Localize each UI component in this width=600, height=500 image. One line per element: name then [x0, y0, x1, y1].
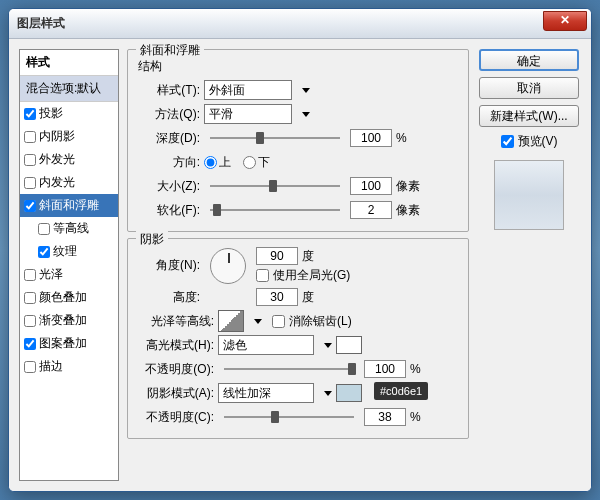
sidebar-item-label: 斜面和浮雕 [39, 197, 99, 214]
bevel-legend: 斜面和浮雕 [136, 42, 204, 59]
sidebar-item-checkbox[interactable] [24, 269, 36, 281]
right-panel: 确定 取消 新建样式(W)... 预览(V) [477, 49, 581, 481]
sidebar-item-label: 等高线 [53, 220, 89, 237]
hl-opacity-input[interactable]: 100 [364, 360, 406, 378]
direction-up-radio[interactable]: 上 [204, 154, 231, 171]
sidebar-item-label: 光泽 [39, 266, 63, 283]
sh-opacity-label: 不透明度(C): [136, 409, 214, 426]
shading-group: 阴影 角度(N): 90 度 使用全局光(G) 高度: 30 [127, 238, 469, 439]
close-icon: ✕ [560, 13, 570, 27]
sidebar-item-checkbox[interactable] [38, 223, 50, 235]
sh-opacity-input[interactable]: 38 [364, 408, 406, 426]
blend-options-row[interactable]: 混合选项:默认 [20, 76, 118, 102]
hl-mode-select[interactable]: 滤色 [218, 335, 314, 355]
dialog-body: 样式 混合选项:默认 投影内阴影外发光内发光斜面和浮雕等高线纹理光泽颜色叠加渐变… [9, 39, 591, 491]
sidebar-item-label: 渐变叠加 [39, 312, 87, 329]
sidebar-item[interactable]: 颜色叠加 [20, 286, 118, 309]
sidebar-item[interactable]: 描边 [20, 355, 118, 378]
sidebar-item-label: 颜色叠加 [39, 289, 87, 306]
window-title: 图层样式 [17, 15, 65, 32]
preview-checkbox[interactable]: 预览(V) [501, 133, 558, 150]
sidebar-item-label: 图案叠加 [39, 335, 87, 352]
bevel-group: 斜面和浮雕 结构 样式(T): 外斜面 方法(Q): 平滑 深度(D): 100… [127, 49, 469, 232]
technique-select[interactable]: 平滑 [204, 104, 292, 124]
depth-slider[interactable] [210, 129, 340, 147]
sidebar-item[interactable]: 图案叠加 [20, 332, 118, 355]
sidebar-item[interactable]: 内发光 [20, 171, 118, 194]
soften-input[interactable]: 2 [350, 201, 392, 219]
sidebar-item[interactable]: 斜面和浮雕 [20, 194, 118, 217]
sidebar-header: 样式 [20, 50, 118, 76]
chevron-down-icon[interactable] [302, 88, 310, 93]
global-light-checkbox[interactable]: 使用全局光(G) [256, 267, 350, 284]
hl-opacity-label: 不透明度(O): [136, 361, 214, 378]
px-unit: 像素 [396, 202, 424, 219]
size-label: 大小(Z): [136, 178, 200, 195]
style-select[interactable]: 外斜面 [204, 80, 292, 100]
px-unit: 像素 [396, 178, 424, 195]
sidebar-item[interactable]: 投影 [20, 102, 118, 125]
titlebar[interactable]: 图层样式 ✕ [9, 9, 591, 39]
new-style-button[interactable]: 新建样式(W)... [479, 105, 579, 127]
contour-picker[interactable] [218, 310, 244, 332]
sidebar-item-checkbox[interactable] [24, 338, 36, 350]
deg-unit: 度 [302, 289, 314, 306]
sidebar-item-checkbox[interactable] [24, 315, 36, 327]
angle-dial[interactable] [210, 248, 246, 284]
structure-legend: 结构 [138, 58, 460, 75]
sidebar-item-checkbox[interactable] [24, 131, 36, 143]
sidebar-item[interactable]: 光泽 [20, 263, 118, 286]
contour-label: 光泽等高线: [136, 313, 214, 330]
depth-label: 深度(D): [136, 130, 200, 147]
sidebar-item-checkbox[interactable] [24, 154, 36, 166]
hl-color-swatch[interactable] [336, 336, 362, 354]
depth-input[interactable]: 100 [350, 129, 392, 147]
sidebar-item[interactable]: 内阴影 [20, 125, 118, 148]
sidebar-item-label: 内发光 [39, 174, 75, 191]
hl-opacity-slider[interactable] [224, 360, 354, 378]
shading-legend: 阴影 [136, 231, 168, 248]
color-tooltip: #c0d6e1 [374, 382, 428, 400]
direction-label: 方向: [136, 154, 200, 171]
sh-mode-select[interactable]: 线性加深 [218, 383, 314, 403]
sidebar-item-checkbox[interactable] [38, 246, 50, 258]
chevron-down-icon[interactable] [324, 343, 332, 348]
sidebar-item-checkbox[interactable] [24, 361, 36, 373]
style-label: 样式(T): [136, 82, 200, 99]
soften-slider[interactable] [210, 201, 340, 219]
chevron-down-icon[interactable] [302, 112, 310, 117]
preview-thumbnail [494, 160, 564, 230]
direction-down-radio[interactable]: 下 [243, 154, 270, 171]
size-input[interactable]: 100 [350, 177, 392, 195]
sidebar-item-label: 投影 [39, 105, 63, 122]
styles-sidebar: 样式 混合选项:默认 投影内阴影外发光内发光斜面和浮雕等高线纹理光泽颜色叠加渐变… [19, 49, 119, 481]
close-button[interactable]: ✕ [543, 11, 587, 31]
altitude-label: 高度: [136, 289, 200, 306]
size-slider[interactable] [210, 177, 340, 195]
cancel-button[interactable]: 取消 [479, 77, 579, 99]
main-panel: 斜面和浮雕 结构 样式(T): 外斜面 方法(Q): 平滑 深度(D): 100… [127, 49, 469, 481]
sidebar-item-label: 内阴影 [39, 128, 75, 145]
sidebar-item-checkbox[interactable] [24, 108, 36, 120]
deg-unit: 度 [302, 248, 314, 265]
altitude-input[interactable]: 30 [256, 288, 298, 306]
angle-input[interactable]: 90 [256, 247, 298, 265]
chevron-down-icon[interactable] [324, 391, 332, 396]
sh-color-swatch[interactable] [336, 384, 362, 402]
sidebar-item-checkbox[interactable] [24, 177, 36, 189]
sidebar-item[interactable]: 外发光 [20, 148, 118, 171]
sidebar-item-checkbox[interactable] [24, 200, 36, 212]
sidebar-item[interactable]: 等高线 [20, 217, 118, 240]
sh-mode-label: 阴影模式(A): [136, 385, 214, 402]
sidebar-item-label: 外发光 [39, 151, 75, 168]
layer-style-dialog: 图层样式 ✕ 样式 混合选项:默认 投影内阴影外发光内发光斜面和浮雕等高线纹理光… [8, 8, 592, 492]
sidebar-item[interactable]: 渐变叠加 [20, 309, 118, 332]
sidebar-item[interactable]: 纹理 [20, 240, 118, 263]
sidebar-item-checkbox[interactable] [24, 292, 36, 304]
ok-button[interactable]: 确定 [479, 49, 579, 71]
pct-unit: % [396, 131, 424, 145]
angle-label: 角度(N): [136, 257, 200, 274]
sh-opacity-slider[interactable] [224, 408, 354, 426]
antialias-checkbox[interactable]: 消除锯齿(L) [272, 313, 352, 330]
chevron-down-icon[interactable] [254, 319, 262, 324]
